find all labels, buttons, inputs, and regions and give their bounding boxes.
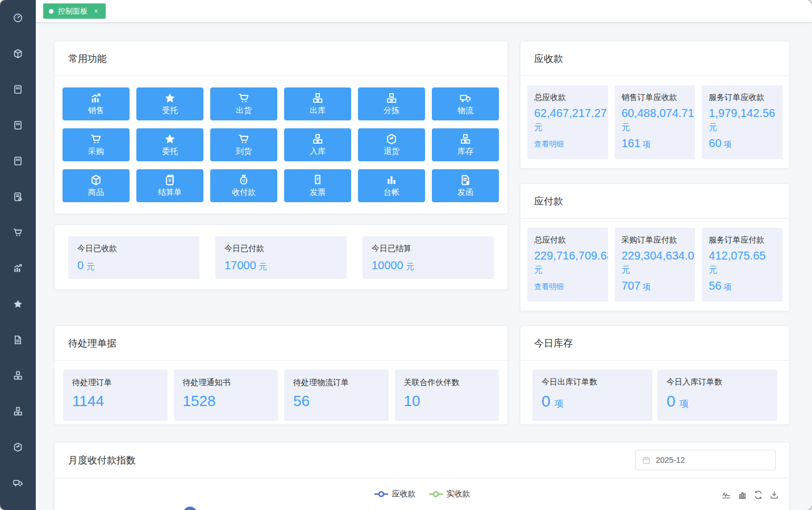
tile-label: 关联合作伙伴数 [404, 378, 490, 388]
feature-button-label: 受托 [162, 106, 178, 116]
tile-count: 161 [622, 137, 640, 149]
tab-close-icon[interactable]: × [92, 7, 100, 15]
inventory-today-card: 今日库存 今日出库订单数 0项 今日入库订单数 0项 [520, 325, 790, 425]
truck-icon [13, 478, 23, 488]
sidebar-item-logistics[interactable] [0, 465, 36, 501]
tile-unit: 元 [534, 265, 608, 275]
bar-chart-toggle-icon[interactable] [738, 490, 747, 500]
sidebar-item-documents[interactable] [0, 322, 36, 358]
sidebar-item-order-3[interactable] [0, 143, 36, 179]
star-icon [164, 133, 176, 145]
feature-button-entrusted[interactable]: 受托 [136, 87, 203, 120]
box-icon [90, 174, 102, 186]
money-bag-icon [238, 174, 250, 186]
feature-button-arrival[interactable]: 到货 [210, 128, 277, 161]
feature-button-label: 分拣 [384, 106, 399, 116]
feature-button-purchase[interactable]: 采购 [63, 128, 130, 161]
feature-button-label: 物流 [457, 106, 473, 116]
sidebar-item-dashboard[interactable] [0, 0, 36, 36]
today-received-tile: 今日已收款 0元 [68, 236, 199, 279]
tile-value: 10 [404, 392, 490, 410]
feature-button-sorting[interactable]: 分拣 [358, 87, 425, 120]
tile-count: 707 [622, 279, 640, 292]
sidebar-item-order-1[interactable] [0, 72, 36, 107]
feature-button-letter[interactable]: 发函 [432, 169, 499, 202]
main-area: 控制面板 × 常用功能 销售 受托 出货 [36, 0, 812, 510]
view-details-link[interactable]: 查看明细 [534, 139, 564, 149]
feature-button-label: 台帐 [384, 187, 399, 198]
inventory-today-header: 今日库存 [520, 326, 789, 361]
sidebar-item-warehouse-out[interactable] [0, 358, 36, 394]
feature-button-label: 销售 [88, 106, 104, 116]
feature-button-outbound[interactable]: 出库 [284, 87, 351, 120]
tab-bar: 控制面板 × [36, 0, 812, 23]
feature-button-sales[interactable]: 销售 [63, 87, 130, 120]
star-icon [13, 299, 23, 310]
month-picker-value: 2025-12 [656, 455, 685, 465]
tab-dashboard[interactable]: 控制面板 × [43, 3, 106, 19]
letter-badge-icon [459, 174, 472, 186]
feature-button-commission[interactable]: 委托 [136, 128, 203, 161]
payables-card: 应付款 总应付款 229,716,709.68 元 查看明细 采购订单应付款 [520, 183, 790, 311]
invoice-icon [311, 174, 324, 186]
sidebar-item-warehouse-in[interactable] [0, 394, 36, 429]
refresh-icon[interactable] [753, 490, 763, 500]
tile-label: 服务订单应收款 [709, 93, 782, 103]
sidebar-item-purchase[interactable] [0, 215, 36, 250]
tile-value: 62,467,217.27 [534, 107, 608, 120]
total-payable-tile: 总应付款 229,716,709.68 元 查看明细 [527, 228, 608, 302]
feature-button-inventory[interactable]: 库存 [432, 128, 499, 161]
view-details-link[interactable]: 查看明细 [534, 282, 564, 292]
return-box-icon [385, 133, 398, 145]
feature-button-label: 出货 [236, 106, 252, 116]
sidebar-item-reports[interactable] [0, 250, 36, 286]
today-settled-tile: 今日已结算 10000元 [363, 236, 494, 279]
sidebar-item-stock[interactable] [0, 429, 36, 465]
tile-label: 待处理通知书 [183, 378, 269, 388]
line-series-marker-icon [428, 491, 443, 498]
sidebar-item-order-2[interactable] [0, 107, 36, 143]
legend-item-actual[interactable]: 实收款 [428, 489, 470, 499]
feature-button-logistics[interactable]: 物流 [432, 87, 499, 120]
sidebar-item-product[interactable] [0, 36, 36, 72]
dashboard-icon [13, 12, 23, 23]
feature-button-inbound[interactable]: 入库 [284, 128, 351, 161]
sidebar-item-consign[interactable] [0, 286, 36, 322]
feature-button-goods[interactable]: 商品 [63, 169, 130, 202]
today-paid-tile: 今日已付款 17000元 [215, 236, 347, 279]
tile-value: 10000 [372, 259, 403, 271]
pending-documents-header: 待处理单据 [55, 326, 507, 361]
feature-button-payments[interactable]: 收付款 [210, 169, 277, 202]
active-tab-dot-icon [49, 9, 53, 14]
service-order-receivable-tile: 服务订单应收款 1,979,142.56 元 60项 [702, 85, 782, 159]
download-icon[interactable] [769, 490, 779, 500]
feature-button-shipment[interactable]: 出货 [210, 87, 277, 120]
feature-button-label: 结算单 [158, 187, 182, 198]
tab-label: 控制面板 [58, 6, 88, 16]
feature-button-statement[interactable]: 结算单 [136, 169, 203, 202]
feature-button-returns[interactable]: 退货 [358, 128, 425, 161]
feature-button-invoice[interactable]: 发票 [284, 169, 351, 202]
feature-button-label: 委托 [162, 147, 178, 157]
feature-button-ledger[interactable]: 台帐 [358, 169, 425, 202]
card-title: 月度收付款指数 [68, 454, 136, 467]
sidebar-item-settlement[interactable] [0, 179, 36, 215]
cubes-icon [459, 133, 472, 145]
tile-unit: 元 [406, 262, 414, 271]
feature-button-label: 入库 [310, 147, 326, 157]
tile-count-unit: 项 [643, 282, 651, 291]
card-title: 常用功能 [68, 52, 107, 65]
month-picker-input[interactable]: 2025-12 [635, 450, 776, 470]
line-chart-toggle-icon[interactable] [722, 490, 731, 500]
tile-value: 0 [667, 392, 676, 410]
tile-label: 今日已付款 [224, 244, 338, 254]
tile-count-unit: 项 [724, 282, 732, 291]
sales-order-receivable-tile: 销售订单应收款 60,488,074.71 元 161项 [615, 85, 696, 159]
legend-item-receivable[interactable]: 应收款 [374, 489, 416, 499]
card-title: 待处理单据 [68, 337, 116, 350]
today-summary-card: 今日已收款 0元 今日已付款 17000元 今日已结算 10000元 [54, 224, 508, 290]
feature-button-label: 发函 [457, 187, 473, 198]
tile-label: 待处理订单 [72, 378, 159, 388]
cubes-icon [13, 406, 23, 417]
product-box-icon [13, 48, 23, 59]
